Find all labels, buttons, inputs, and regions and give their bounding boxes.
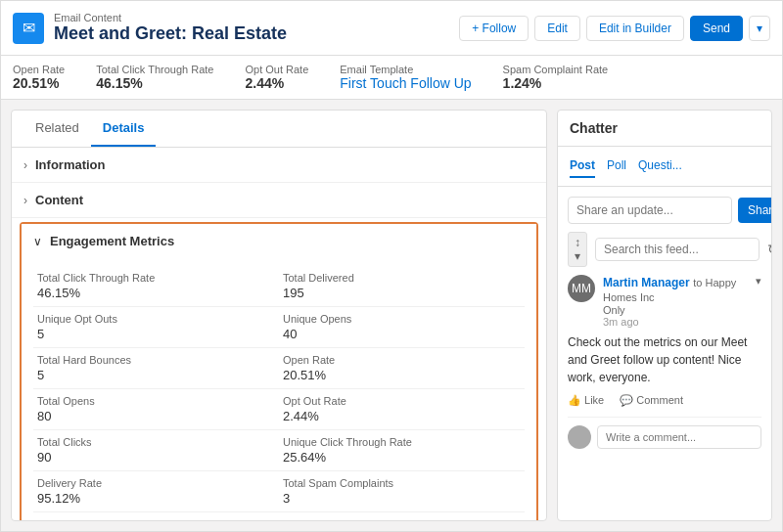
metric-unique-opt-outs: Unique Opt Outs 5	[33, 307, 279, 348]
metric-unique-ctr: Unique Click Through Rate 25.64%	[279, 430, 525, 471]
metric-value: 195	[283, 286, 521, 300]
content-section[interactable]: › Content	[12, 183, 546, 218]
metric-value: 90	[37, 450, 275, 465]
panel-content: › Information › Content ∨ Engagement Met…	[12, 148, 546, 520]
chevron-right-icon: ›	[23, 194, 27, 207]
stat-value: 1.24%	[503, 75, 609, 91]
commenter-avatar	[568, 425, 591, 449]
post-time: 3m ago	[603, 316, 748, 328]
edit-in-builder-button[interactable]: Edit in Builder	[586, 16, 684, 41]
section-title: Content	[35, 193, 83, 207]
post-reactions: 👍 Like 💬 Comment	[568, 394, 761, 407]
stat-label: Email Template	[340, 64, 471, 75]
chatter-tab-post[interactable]: Post	[570, 155, 595, 178]
avatar: MM	[568, 275, 595, 302]
share-input[interactable]	[568, 197, 732, 224]
chatter-tab-poll[interactable]: Poll	[607, 155, 626, 178]
header-text: Email Content Meet and Greet: Real Estat…	[54, 12, 287, 44]
metric-spam-rate: Spam Complaint Rate 1.24%	[33, 512, 279, 520]
metric-label: Unique Click Through Rate	[283, 436, 521, 448]
follow-button[interactable]: + Follow	[459, 16, 529, 41]
post-dropdown-button[interactable]: ▾	[756, 275, 761, 288]
metric-delivery-rate: Delivery Rate 95.12%	[33, 471, 279, 512]
feed-actions: ↕ ▾ ↻	[568, 232, 761, 267]
stat-value: 2.44%	[245, 75, 308, 91]
feed-post: MM Martin Manager to Happy Homes Inc Onl…	[568, 275, 761, 418]
metric-label: Total Delivered	[283, 272, 521, 284]
chatter-panel: Chatter Post Poll Questi... Share ↕ ▾ ↻	[557, 110, 772, 521]
share-area: Share	[568, 197, 761, 224]
edit-button[interactable]: Edit	[534, 16, 580, 41]
metric-label: Total Click Through Rate	[37, 272, 275, 284]
metric-label: Unique Opens	[283, 313, 521, 325]
chatter-tab-bar: Post Poll Questi...	[558, 147, 771, 187]
metric-value: 5	[37, 368, 275, 382]
metric-total-ctr: Total Click Through Rate 46.15%	[33, 266, 279, 307]
metric-hard-bounces: Total Hard Bounces 5	[33, 348, 279, 389]
stats-bar: Open Rate 20.51% Total Click Through Rat…	[1, 56, 782, 100]
metric-label: Unique Clicks	[283, 518, 521, 520]
sort-button[interactable]: ↕ ▾	[568, 232, 587, 267]
stat-opt-out-rate: Opt Out Rate 2.44%	[245, 64, 308, 91]
stat-label: Opt Out Rate	[245, 64, 308, 75]
dropdown-button[interactable]: ▾	[749, 16, 770, 41]
metric-value: 95.12%	[37, 491, 275, 506]
metrics-grid: Total Click Through Rate 46.15% Total De…	[22, 258, 536, 520]
stat-click-through-rate: Total Click Through Rate 46.15%	[96, 64, 213, 91]
metric-value: 20.51%	[283, 368, 521, 382]
stat-value: 20.51%	[13, 75, 65, 91]
metric-unique-clicks: Unique Clicks 50	[279, 512, 525, 520]
post-text: Check out the metrics on our Meet and Gr…	[568, 333, 761, 386]
metric-value: 46.15%	[37, 286, 275, 300]
engagement-metrics-section: ∨ Engagement Metrics Total Click Through…	[20, 222, 538, 520]
page-title: Meet and Greet: Real Estate	[54, 23, 287, 44]
stat-value: 46.15%	[96, 75, 213, 91]
metric-value: 2.44%	[283, 409, 521, 423]
like-button[interactable]: 👍 Like	[568, 394, 604, 407]
email-icon: ✉	[13, 13, 44, 44]
metric-label: Total Spam Complaints	[283, 477, 521, 489]
engagement-metrics-header[interactable]: ∨ Engagement Metrics	[22, 224, 536, 258]
metric-value: 80	[37, 409, 275, 423]
share-button[interactable]: Share	[738, 198, 771, 223]
header-actions: + Follow Edit Edit in Builder Send ▾	[459, 16, 770, 41]
information-section[interactable]: › Information	[12, 148, 546, 183]
comment-input[interactable]	[597, 425, 761, 449]
stat-open-rate: Open Rate 20.51%	[13, 64, 65, 91]
metric-total-clicks: Total Clicks 90	[33, 430, 279, 471]
post-meta: Martin Manager to Happy Homes Inc Only 3…	[603, 275, 748, 328]
chatter-tab-question[interactable]: Questi...	[638, 155, 682, 178]
post-author[interactable]: Martin Manager	[603, 276, 690, 289]
send-button[interactable]: Send	[690, 16, 743, 41]
engagement-title: Engagement Metrics	[50, 234, 174, 248]
metric-unique-opens: Unique Opens 40	[279, 307, 525, 348]
metric-label: Unique Opt Outs	[37, 313, 275, 325]
chevron-right-icon: ›	[23, 158, 27, 172]
metric-value: 25.64%	[283, 450, 521, 465]
stat-spam-complaint: Spam Complaint Rate 1.24%	[503, 64, 609, 91]
refresh-icon[interactable]: ↻	[767, 242, 771, 257]
metric-label: Opt Out Rate	[283, 395, 521, 407]
metric-opt-out-rate: Opt Out Rate 2.44%	[279, 389, 525, 430]
main-content: Related Details › Information › Content	[1, 100, 782, 531]
left-panel: Related Details › Information › Content	[11, 110, 547, 521]
comment-area	[568, 425, 761, 449]
metric-value: 5	[37, 327, 275, 341]
post-visibility: Only	[603, 304, 748, 316]
header-left: ✉ Email Content Meet and Greet: Real Est…	[13, 12, 287, 44]
metric-spam-complaints: Total Spam Complaints 3	[279, 471, 525, 512]
section-title: Information	[35, 157, 106, 172]
chatter-body: Share ↕ ▾ ↻ MM Martin Manager to Happy H…	[558, 187, 771, 520]
metric-value: 40	[283, 327, 521, 341]
tab-details[interactable]: Details	[91, 111, 157, 147]
stat-label: Spam Complaint Rate	[503, 64, 609, 75]
tab-related[interactable]: Related	[23, 111, 91, 147]
feed-search-input[interactable]	[595, 238, 760, 261]
email-template-link[interactable]: First Touch Follow Up	[340, 75, 471, 91]
metric-label: Total Clicks	[37, 436, 275, 448]
comment-button[interactable]: 💬 Comment	[620, 394, 683, 407]
chatter-title: Chatter	[558, 111, 771, 147]
metric-open-rate: Open Rate 20.51%	[279, 348, 525, 389]
metric-label: Delivery Rate	[37, 477, 275, 489]
stat-label: Open Rate	[13, 64, 65, 75]
